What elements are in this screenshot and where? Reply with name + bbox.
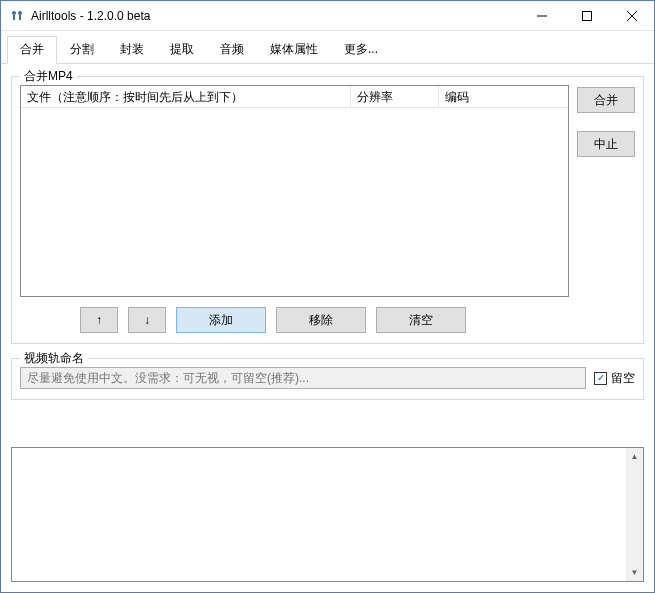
app-icon — [9, 8, 25, 24]
list-body[interactable] — [21, 108, 568, 296]
svg-point-0 — [12, 11, 16, 15]
content-area: 合并MP4 文件（注意顺序：按时间先后从上到下） 分辨率 编码 合并 中止 ↑ — [1, 64, 654, 441]
scrollbar[interactable]: ▲ ▼ — [626, 448, 643, 581]
svg-point-2 — [18, 11, 22, 15]
output-log[interactable]: ▲ ▼ — [11, 447, 644, 582]
trackname-input[interactable] — [20, 367, 586, 389]
blank-checkbox[interactable]: ✓ 留空 — [594, 370, 635, 387]
tab-extract[interactable]: 提取 — [157, 36, 207, 64]
window-title: Airlltools - 1.2.0.0 beta — [31, 9, 150, 23]
remove-button[interactable]: 移除 — [276, 307, 366, 333]
add-button[interactable]: 添加 — [176, 307, 266, 333]
tab-audio[interactable]: 音频 — [207, 36, 257, 64]
svg-rect-5 — [582, 11, 591, 20]
side-buttons: 合并 中止 — [577, 85, 635, 297]
button-row: ↑ ↓ 添加 移除 清空 — [20, 307, 635, 333]
scroll-down-icon[interactable]: ▼ — [626, 564, 643, 581]
col-file[interactable]: 文件（注意顺序：按时间先后从上到下） — [21, 86, 351, 107]
window-controls — [519, 1, 654, 30]
scroll-track[interactable] — [626, 465, 643, 564]
svg-rect-1 — [13, 15, 15, 20]
move-up-button[interactable]: ↑ — [80, 307, 118, 333]
maximize-button[interactable] — [564, 1, 609, 30]
tab-more[interactable]: 更多... — [331, 36, 391, 64]
tab-split[interactable]: 分割 — [57, 36, 107, 64]
trackname-group: 视频轨命名 ✓ 留空 — [11, 358, 644, 400]
trackname-label: 视频轨命名 — [20, 350, 88, 367]
clear-button[interactable]: 清空 — [376, 307, 466, 333]
list-header: 文件（注意顺序：按时间先后从上到下） 分辨率 编码 — [21, 86, 568, 108]
minimize-button[interactable] — [519, 1, 564, 30]
col-resolution[interactable]: 分辨率 — [351, 86, 439, 107]
scroll-up-icon[interactable]: ▲ — [626, 448, 643, 465]
checkbox-icon: ✓ — [594, 372, 607, 385]
file-list[interactable]: 文件（注意顺序：按时间先后从上到下） 分辨率 编码 — [20, 85, 569, 297]
tab-media-props[interactable]: 媒体属性 — [257, 36, 331, 64]
tab-package[interactable]: 封装 — [107, 36, 157, 64]
list-row: 文件（注意顺序：按时间先后从上到下） 分辨率 编码 合并 中止 — [20, 85, 635, 297]
move-down-button[interactable]: ↓ — [128, 307, 166, 333]
merge-group: 合并MP4 文件（注意顺序：按时间先后从上到下） 分辨率 编码 合并 中止 ↑ — [11, 76, 644, 344]
tab-bar: 合并 分割 封装 提取 音频 媒体属性 更多... — [1, 31, 654, 64]
checkbox-label: 留空 — [611, 370, 635, 387]
merge-button[interactable]: 合并 — [577, 87, 635, 113]
col-codec[interactable]: 编码 — [439, 86, 568, 107]
trackname-row: ✓ 留空 — [20, 367, 635, 389]
titlebar: Airlltools - 1.2.0.0 beta — [1, 1, 654, 31]
app-window: Airlltools - 1.2.0.0 beta 合并 分割 封装 提取 音频… — [0, 0, 655, 593]
close-button[interactable] — [609, 1, 654, 30]
abort-button[interactable]: 中止 — [577, 131, 635, 157]
tab-merge[interactable]: 合并 — [7, 36, 57, 64]
group-title: 合并MP4 — [20, 68, 77, 85]
svg-rect-3 — [19, 15, 21, 20]
